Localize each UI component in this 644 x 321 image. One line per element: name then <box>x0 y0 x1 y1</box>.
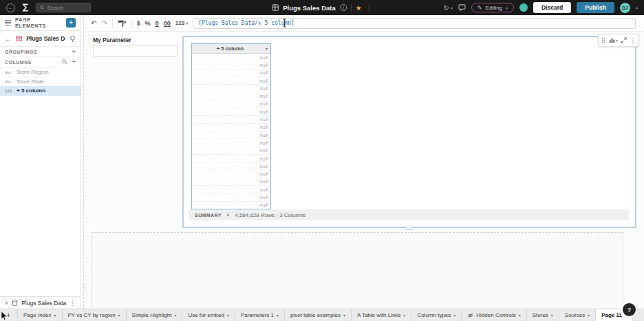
presence-avatar[interactable] <box>519 3 528 12</box>
page-tab-py-vs-cy-by-region[interactable]: PY vs CY by region▾ <box>63 309 127 321</box>
table-row[interactable]: null <box>192 178 270 186</box>
table-row[interactable]: null <box>192 202 270 209</box>
page-tab-caret-icon[interactable]: ▾ <box>519 313 521 318</box>
table-row[interactable]: null <box>192 163 270 170</box>
lightbulb-icon[interactable] <box>69 35 76 43</box>
element-resize-handle[interactable] <box>406 227 414 230</box>
page-tab-caret-icon[interactable]: ▾ <box>588 313 590 318</box>
table-row[interactable]: null <box>192 92 270 100</box>
publish-button[interactable]: Publish <box>577 2 614 13</box>
favorite-star-icon[interactable]: ★ <box>356 4 362 12</box>
formula-input[interactable] <box>198 20 630 26</box>
back-circle-button[interactable]: ← <box>6 3 15 12</box>
table-row[interactable]: null <box>192 139 270 147</box>
table-row[interactable]: null <box>192 116 270 123</box>
decrease-decimals-button[interactable]: 0 <box>155 20 159 27</box>
maximize-icon[interactable] <box>621 37 627 43</box>
undo-button[interactable]: ↶ <box>91 20 96 27</box>
parameter-input[interactable] <box>93 45 178 56</box>
discard-button[interactable]: Discard <box>533 2 571 13</box>
editing-mode-dropdown[interactable]: ✎ Editing ▾ <box>471 3 514 12</box>
page-tab-hidden-controls[interactable]: Hidden Controls▾ <box>462 309 526 321</box>
refresh-button[interactable]: ↻▾ <box>444 4 453 12</box>
table-row[interactable]: null <box>192 147 270 155</box>
summary-collapse-icon[interactable]: ∧ <box>226 212 230 218</box>
redo-button[interactable]: ↷ <box>101 20 107 27</box>
comments-icon[interactable] <box>458 4 466 11</box>
page-tab-caret-icon[interactable]: ▾ <box>118 313 120 318</box>
column-search-icon[interactable] <box>62 59 67 65</box>
page-tab-caret-icon[interactable]: ▾ <box>277 313 279 318</box>
column-item-5-column[interactable]: 123+ 5 column <box>0 86 80 96</box>
page-tab-caret-icon[interactable]: ▾ <box>551 313 553 318</box>
table-row[interactable]: null <box>192 85 270 92</box>
chart-type-dropdown[interactable]: ▾ <box>609 37 618 43</box>
add-element-button[interactable]: + <box>66 18 76 28</box>
table-row[interactable]: null <box>192 132 270 139</box>
table-row[interactable]: null <box>192 194 270 201</box>
add-page-button[interactable]: + <box>0 309 18 321</box>
page-tab-label: PY vs CY by region <box>68 312 116 318</box>
formula-bar[interactable] <box>193 18 636 29</box>
user-avatar[interactable]: DJ <box>620 3 630 13</box>
increase-decimals-button[interactable]: 00 <box>164 20 171 27</box>
page-tab-caret-icon[interactable]: ▾ <box>403 313 405 318</box>
page-elements-icon[interactable] <box>5 20 11 26</box>
table-row[interactable]: null <box>192 54 270 61</box>
footer-kebab-icon[interactable]: ⋮ <box>69 300 76 307</box>
column-item-store-state[interactable]: abcStore State <box>0 77 80 87</box>
page-tab-parameters-1[interactable]: Parameters 1▾ <box>235 309 285 321</box>
table-row[interactable]: null <box>192 170 270 178</box>
page-tab-simple-highlight[interactable]: Simple Highlight▾ <box>127 309 183 321</box>
search-input[interactable] <box>47 5 87 11</box>
collapse-chevron-icon[interactable]: ∧ <box>5 300 8 306</box>
page-tab-caret-icon[interactable]: ▾ <box>453 313 455 318</box>
footer-source-name[interactable]: Plugs Sales Data <box>21 300 66 307</box>
element-menu-kebab-icon[interactable]: ⋮ <box>630 37 636 43</box>
page-tab-page-index[interactable]: Page Index▾ <box>18 309 63 321</box>
global-search[interactable] <box>36 3 91 12</box>
help-button[interactable]: ? <box>623 303 636 316</box>
add-grouping-button[interactable]: + <box>72 49 76 54</box>
page-tab-caret-icon[interactable]: ▾ <box>227 313 229 318</box>
percent-format-button[interactable]: % <box>145 20 151 27</box>
page-tab-column-types[interactable]: Column types▾ <box>411 309 462 321</box>
table-row[interactable]: null <box>192 77 270 85</box>
table-row[interactable]: null <box>192 155 270 163</box>
page-tab-stores[interactable]: Stores▾ <box>527 309 559 321</box>
back-arrow-icon[interactable]: ← <box>5 35 12 43</box>
panel-title: PAGE ELEMENTS <box>15 17 62 29</box>
table-row[interactable]: null <box>192 101 270 108</box>
column-header[interactable]: + 5 column ▾ <box>192 44 270 54</box>
table-row[interactable]: null <box>192 124 270 132</box>
page-tab-label: Simple Highlight <box>132 312 172 318</box>
drag-handle-icon[interactable] <box>601 37 605 43</box>
column-menu-caret-icon[interactable]: ▾ <box>266 46 268 51</box>
panel-resize-gutter[interactable]: ⋮ <box>81 15 87 309</box>
table-row[interactable]: null <box>192 70 270 77</box>
element-source-name[interactable]: Plugs Sales Data <box>26 35 65 42</box>
table-row[interactable]: null <box>192 108 270 116</box>
user-menu-caret-icon[interactable]: ▾ <box>636 6 638 10</box>
number-format-dropdown[interactable]: 123▾ <box>175 20 188 26</box>
page-tab-caret-icon[interactable]: ▾ <box>343 313 345 318</box>
page-tab-a-table-with-links[interactable]: A Table with Links▾ <box>352 309 411 321</box>
currency-format-button[interactable]: $ <box>137 20 140 27</box>
workbook-menu-kebab-icon[interactable]: ⋮ <box>366 4 372 11</box>
page-tab-caret-icon[interactable]: ▾ <box>54 313 56 318</box>
format-paint-icon[interactable] <box>118 19 127 27</box>
workbook-canvas[interactable]: My Parameter ▾ ⋮ + 5 column ▾ <box>87 32 644 309</box>
sigma-logo-icon[interactable] <box>21 3 30 12</box>
empty-element-placeholder[interactable] <box>92 232 623 309</box>
selected-table-element[interactable]: ▾ ⋮ + 5 column ▾ nullnullnullnullnullnul… <box>182 36 636 228</box>
page-tab-sources[interactable]: Sources▾ <box>559 309 596 321</box>
page-tab-caret-icon[interactable]: ▾ <box>174 313 176 318</box>
add-column-button[interactable]: + <box>72 59 76 65</box>
page-tab-pivot-table-examples[interactable]: pivot table examples▾ <box>285 309 352 321</box>
pencil-icon: ✎ <box>477 5 482 11</box>
info-icon[interactable]: i <box>340 4 347 11</box>
table-row[interactable]: null <box>192 61 270 69</box>
page-tab-use-for-embed[interactable]: Use for embed▾ <box>182 309 235 321</box>
table-row[interactable]: null <box>192 186 270 194</box>
column-item-store-region[interactable]: abcStore Region <box>0 68 80 77</box>
